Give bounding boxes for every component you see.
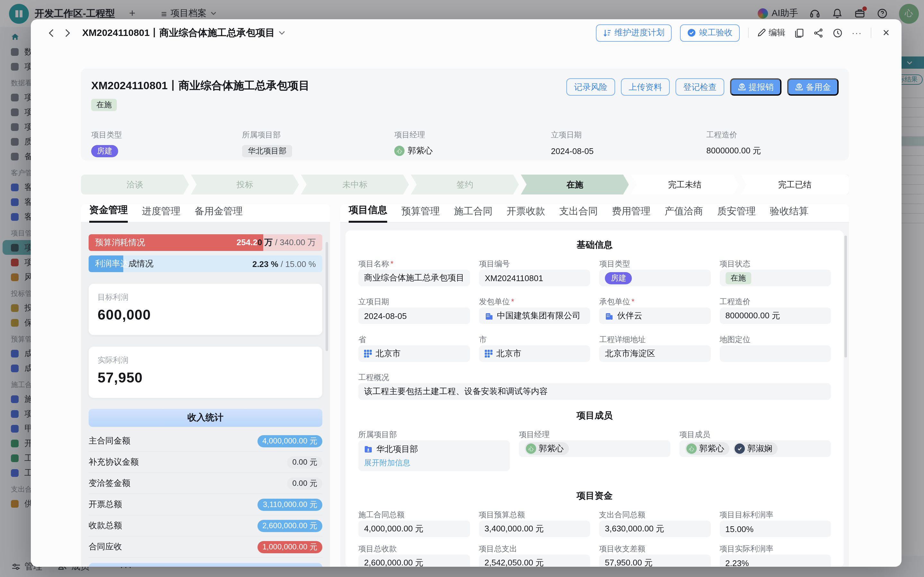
close-icon[interactable]: × bbox=[880, 26, 893, 39]
bar-label: 预算消耗情况 bbox=[95, 237, 145, 248]
field-department: 所属项目部 华北项目部 bbox=[242, 130, 394, 157]
amount-pill: 2,600,000.00 元 bbox=[257, 519, 323, 532]
row-main-contract-amount: 主合同金额 4,000,000.00 元 bbox=[89, 431, 323, 452]
region-grid-icon bbox=[364, 350, 372, 358]
field-actual-profit-rate: 项目实际利润率 2.23% bbox=[719, 544, 831, 567]
record-title: XM2024110801丨商业综合体施工总承包项目 bbox=[82, 27, 275, 39]
register-inspection-button[interactable]: 登记检查 bbox=[676, 78, 724, 96]
project-status-badge: 在施 bbox=[91, 99, 117, 111]
tab-petty-cash-management[interactable]: 备用金管理 bbox=[195, 205, 243, 222]
record-risk-button[interactable]: 记录风险 bbox=[566, 78, 615, 96]
project-detail-modal: XM2024110801丨商业综合体施工总承包项目 维护进度计划 竣工验收 编辑 bbox=[31, 19, 901, 567]
stage-not-awarded[interactable]: 未中标 bbox=[301, 174, 409, 195]
screen: 开发工作区-工程型 + ≡ 项目档案 AI助手 心 bbox=[0, 0, 924, 577]
share-icon[interactable] bbox=[813, 27, 824, 38]
expense-statistics-button-partial[interactable] bbox=[89, 563, 323, 567]
building-icon bbox=[605, 312, 614, 320]
stage-negotiation[interactable]: 洽谈 bbox=[81, 174, 189, 195]
funds-panel: 资金管理 进度管理 备用金管理 预算消耗情况 254.20 万 / 340.00… bbox=[81, 204, 330, 567]
svg-text:$: $ bbox=[798, 84, 800, 88]
completion-acceptance-button[interactable]: 竣工验收 bbox=[680, 24, 740, 41]
manager-avatar: 心 bbox=[394, 146, 405, 156]
type-badge: 房建 bbox=[91, 145, 118, 157]
field-construction-contract-total: 施工合同总额 4,000,000.00 元 bbox=[358, 509, 470, 537]
stat-value: 600,000 bbox=[98, 307, 313, 324]
tab-acceptance-settlement[interactable]: 验收结算 bbox=[770, 205, 808, 222]
expand-extra-info-link[interactable]: 展开附加信息 bbox=[364, 457, 410, 468]
field-expense-contract-total: 支出合同总额 3,630,000.00 元 bbox=[599, 509, 711, 537]
field-project-manager: 项目经理 心 郭紫心 bbox=[519, 429, 670, 471]
stage-in-construction[interactable]: 在施 bbox=[521, 174, 629, 195]
section-project-members: 项目成员 bbox=[358, 410, 831, 422]
status-badge: 在施 bbox=[725, 272, 751, 284]
divider bbox=[871, 27, 871, 38]
amount-pill: 4,000,000.00 元 bbox=[257, 435, 323, 447]
left-panel-tabs: 资金管理 进度管理 备用金管理 bbox=[81, 204, 330, 223]
petty-cash-button[interactable]: $ 备用金 bbox=[787, 78, 839, 96]
field-project-overview: 工程概况 该工程主要包括土建工程、设备安装和调试等内容 bbox=[358, 372, 831, 400]
target-profit-card: 目标利润 600,000 bbox=[89, 284, 323, 335]
stage-signed[interactable]: 签约 bbox=[411, 174, 519, 195]
project-info-panel: 项目信息 预算管理 施工合同 开票收款 支出合同 费用管理 产值洽商 质安管理 … bbox=[340, 204, 849, 567]
stage-stepper: 洽谈 投标 未中标 签约 在施 完工未结 完工已结 bbox=[81, 174, 849, 195]
tab-progress-management[interactable]: 进度管理 bbox=[142, 205, 181, 222]
field-owner-company: 发包单位* 中国建筑集团有限公司 bbox=[479, 297, 590, 324]
project-info-card: 基础信息 项目名称* 商业综合体施工总承包项目 项目编号 XM202411080… bbox=[345, 230, 844, 567]
field-balance: 项目收支差额 57,950.00 元 bbox=[599, 544, 711, 567]
field-project-type: 项目类型 房建 bbox=[91, 130, 242, 157]
type-badge: 房建 bbox=[605, 272, 632, 284]
pencil-icon bbox=[757, 28, 766, 37]
tab-expense-contract[interactable]: 支出合同 bbox=[559, 205, 598, 222]
left-panel-scrollbar[interactable] bbox=[326, 242, 328, 351]
upload-document-button[interactable]: 上传资料 bbox=[621, 78, 670, 96]
title-dropdown-icon[interactable] bbox=[279, 31, 285, 35]
member-avatar bbox=[735, 443, 745, 454]
modal-header: XM2024110801丨商业综合体施工总承包项目 维护进度计划 竣工验收 编辑 bbox=[31, 19, 901, 46]
stat-value: 57,950 bbox=[98, 370, 313, 386]
tab-budget[interactable]: 预算管理 bbox=[402, 205, 440, 222]
tab-construction-contract[interactable]: 施工合同 bbox=[454, 205, 492, 222]
stat-label: 实际利润 bbox=[98, 355, 313, 366]
member-chip: 心 郭紫心 bbox=[525, 442, 569, 455]
history-icon[interactable] bbox=[832, 27, 843, 38]
badge-check-icon bbox=[687, 28, 696, 37]
money-icon: $ bbox=[738, 83, 746, 91]
region-grid-icon bbox=[485, 350, 492, 358]
tab-output-negotiation[interactable]: 产值洽商 bbox=[664, 205, 703, 222]
edit-button[interactable]: 编辑 bbox=[757, 27, 785, 39]
field-budget-total: 项目预算总额 3,400,000.00 元 bbox=[479, 509, 590, 537]
actual-profit-card: 实际利润 57,950 bbox=[89, 347, 323, 398]
field-project-code: 项目编号 XM2024110801 bbox=[479, 259, 590, 286]
stage-complete-settled[interactable]: 完工已结 bbox=[741, 174, 849, 195]
stage-complete-unsettled[interactable]: 完工未结 bbox=[631, 174, 739, 195]
budget-consumption-bar: 预算消耗情况 254.20 万 / 340.00 万 bbox=[89, 234, 323, 251]
amount-pill: 0.00 元 bbox=[287, 456, 323, 468]
member-avatar: 心 bbox=[687, 443, 697, 454]
income-statistics-button[interactable]: 收入统计 bbox=[89, 409, 323, 427]
maintain-schedule-button[interactable]: 维护进度计划 bbox=[596, 24, 672, 41]
tab-fee-management[interactable]: 费用管理 bbox=[612, 205, 650, 222]
field-start-date: 立项日期 2024-08-05 bbox=[551, 130, 706, 157]
field-map-location: 地图定位 bbox=[719, 334, 831, 362]
member-chip: 心 郭紫心 bbox=[685, 442, 729, 455]
next-record-button[interactable] bbox=[62, 27, 73, 39]
row-contract-receivable: 合同应收 1,000,000.00 元 bbox=[89, 537, 323, 558]
copy-icon[interactable] bbox=[793, 27, 805, 38]
field-city: 市 北京市 bbox=[479, 334, 590, 362]
tab-funds-management[interactable]: 资金管理 bbox=[89, 204, 128, 223]
amount-pill: 1,000,000.00 元 bbox=[257, 541, 323, 553]
row-received-total: 收款总额 2,600,000.00 元 bbox=[89, 516, 323, 537]
section-basic-info: 基础信息 bbox=[358, 239, 831, 251]
tab-invoicing[interactable]: 开票收款 bbox=[506, 205, 545, 222]
member-avatar: 心 bbox=[526, 443, 536, 454]
submit-expense-button[interactable]: $ 提报销 bbox=[730, 78, 782, 96]
stage-bidding[interactable]: 投标 bbox=[191, 174, 299, 195]
row-supplement-agreement-amount: 补充协议金额 0.00 元 bbox=[89, 452, 323, 473]
more-button[interactable]: ··· bbox=[851, 27, 862, 38]
tab-project-info[interactable]: 项目信息 bbox=[349, 204, 387, 223]
amount-pill: 0.00 元 bbox=[287, 477, 323, 489]
building-icon bbox=[485, 312, 493, 320]
right-panel-scrollbar[interactable] bbox=[844, 235, 847, 358]
prev-record-button[interactable] bbox=[45, 27, 56, 39]
tab-quality-safety[interactable]: 质安管理 bbox=[717, 205, 756, 222]
